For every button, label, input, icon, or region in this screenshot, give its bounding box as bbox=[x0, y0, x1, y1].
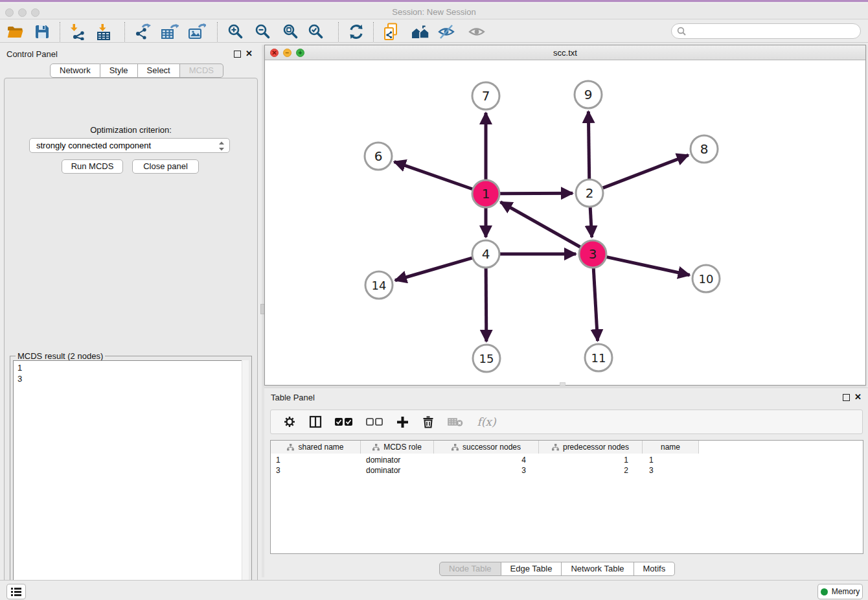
close-table-panel-icon[interactable]: ✕ bbox=[854, 392, 862, 402]
column-manager-icon[interactable] bbox=[308, 415, 323, 429]
tab-node-table[interactable]: Node Table bbox=[439, 562, 501, 576]
graph-edge-4-14[interactable] bbox=[395, 258, 472, 281]
column-header-successor-nodes[interactable]: successor nodes bbox=[434, 441, 539, 454]
import-network-icon[interactable] bbox=[69, 23, 87, 41]
svg-text:14: 14 bbox=[372, 279, 387, 292]
network-view-window: ✕ − + scc.txt 1234678910111415 bbox=[264, 45, 866, 386]
column-header-name[interactable]: name bbox=[643, 441, 699, 454]
hierarchy-icon bbox=[287, 444, 294, 451]
table-options-icon[interactable] bbox=[282, 415, 297, 429]
open-session-icon[interactable] bbox=[6, 23, 25, 41]
table-row[interactable]: 3 dominator 3 2 3 bbox=[271, 465, 699, 476]
view-splitter-grip[interactable] bbox=[560, 382, 565, 386]
graph-edge-2-3[interactable] bbox=[590, 207, 591, 237]
tab-mcds[interactable]: MCDS bbox=[180, 63, 223, 78]
result-scrollbar[interactable] bbox=[242, 360, 249, 597]
column-header-mcds-role[interactable]: MCDS role bbox=[361, 441, 434, 454]
run-mcds-button[interactable]: Run MCDS bbox=[62, 159, 123, 174]
graph-node-1[interactable]: 1 bbox=[472, 180, 499, 207]
graph-edge-2-8[interactable] bbox=[603, 155, 689, 188]
memory-status-icon bbox=[821, 588, 828, 595]
graph-node-4[interactable]: 4 bbox=[472, 240, 499, 268]
function-builder-icon: f(x) bbox=[475, 415, 497, 429]
zoom-out-icon[interactable] bbox=[254, 23, 272, 41]
add-column-icon[interactable] bbox=[395, 415, 409, 429]
search-input[interactable] bbox=[689, 25, 860, 37]
tab-motifs[interactable]: Motifs bbox=[634, 562, 676, 576]
delete-columns-icon[interactable] bbox=[421, 415, 435, 429]
mcds-pane: Optimization criterion: strongly connect… bbox=[4, 78, 258, 600]
memory-label: Memory bbox=[832, 587, 860, 596]
graph-edge-3-1[interactable] bbox=[501, 202, 580, 247]
clone-network-icon[interactable] bbox=[382, 23, 400, 41]
toolbar-separator bbox=[373, 22, 374, 41]
tab-network-table[interactable]: Network Table bbox=[562, 562, 634, 576]
svg-text:6: 6 bbox=[374, 148, 383, 164]
column-header-shared-name[interactable]: shared name bbox=[271, 441, 361, 454]
toolbar-separator bbox=[60, 22, 60, 41]
main-toolbar bbox=[0, 19, 868, 43]
float-table-panel-icon[interactable] bbox=[843, 394, 850, 401]
graph-edge-3-11[interactable] bbox=[593, 268, 597, 341]
graph-edge-3-10[interactable] bbox=[606, 257, 689, 275]
column-header-predecessor-nodes[interactable]: predecessor nodes bbox=[539, 441, 643, 454]
titlebar: Session: New Session bbox=[0, 4, 868, 19]
graph-node-2[interactable]: 2 bbox=[576, 179, 603, 207]
network-canvas[interactable]: 1234678910111415 bbox=[265, 60, 865, 385]
graph-node-10[interactable]: 10 bbox=[692, 265, 720, 292]
export-image-icon[interactable] bbox=[188, 23, 206, 41]
graph-node-15[interactable]: 15 bbox=[473, 345, 500, 372]
graph-edge-1-2[interactable] bbox=[500, 193, 573, 194]
memory-button[interactable]: Memory bbox=[817, 584, 863, 599]
table-panel: Table Panel ✕ bbox=[264, 387, 868, 577]
graph-edge-2-9[interactable] bbox=[588, 111, 589, 179]
tab-select[interactable]: Select bbox=[138, 63, 180, 78]
list-icon bbox=[11, 587, 21, 596]
graph-edge-4-15[interactable] bbox=[486, 268, 486, 341]
import-table-icon[interactable] bbox=[95, 23, 113, 41]
svg-text:7: 7 bbox=[482, 88, 490, 104]
tab-network[interactable]: Network bbox=[50, 63, 100, 78]
criterion-dropdown[interactable]: strongly connected component bbox=[29, 138, 230, 153]
search-field[interactable] bbox=[671, 23, 861, 39]
zoom-in-icon[interactable] bbox=[227, 23, 245, 41]
export-table-icon[interactable] bbox=[161, 23, 179, 41]
svg-text:3: 3 bbox=[589, 246, 597, 262]
graph-node-11[interactable]: 11 bbox=[585, 344, 612, 371]
graph-node-6[interactable]: 6 bbox=[365, 143, 392, 170]
graph-node-14[interactable]: 14 bbox=[365, 271, 393, 299]
svg-text:9: 9 bbox=[584, 87, 593, 102]
hide-graphics-details-icon[interactable] bbox=[437, 23, 455, 41]
float-panel-icon[interactable] bbox=[234, 51, 241, 58]
toolbar-separator bbox=[217, 22, 218, 41]
control-panel-title: Control Panel bbox=[6, 49, 58, 59]
apply-layout-icon[interactable] bbox=[347, 23, 365, 41]
zoom-selected-icon[interactable] bbox=[307, 23, 325, 41]
automation-panel-button[interactable] bbox=[6, 584, 26, 599]
graph-node-3[interactable]: 3 bbox=[579, 240, 606, 268]
export-network-icon[interactable] bbox=[133, 23, 152, 41]
application-window: Session: New Session bbox=[0, 0, 868, 600]
save-session-icon[interactable] bbox=[33, 23, 51, 41]
table-row[interactable]: 1 dominator 4 1 1 bbox=[271, 455, 699, 465]
optimization-criterion-label: Optimization criterion: bbox=[5, 125, 257, 135]
select-all-rows-icon[interactable] bbox=[334, 415, 354, 429]
close-panel-button[interactable]: Close panel bbox=[132, 159, 199, 174]
graph-node-8[interactable]: 8 bbox=[691, 135, 718, 163]
graph-node-9[interactable]: 9 bbox=[575, 81, 602, 108]
deselect-all-rows-icon[interactable] bbox=[365, 415, 383, 429]
tab-edge-table[interactable]: Edge Table bbox=[501, 562, 562, 576]
criterion-value: strongly connected component bbox=[36, 141, 151, 150]
delete-table-icon[interactable] bbox=[447, 415, 464, 429]
network-window-titlebar[interactable]: ✕ − + scc.txt bbox=[265, 45, 865, 60]
graph-node-7[interactable]: 7 bbox=[472, 82, 499, 110]
close-panel-icon[interactable]: ✕ bbox=[246, 49, 253, 58]
network-graph[interactable]: 1234678910111415 bbox=[265, 60, 865, 385]
mcds-result-text[interactable]: 1 3 bbox=[13, 360, 249, 597]
graph-edge-1-6[interactable] bbox=[394, 162, 473, 189]
network-view-title: scc.txt bbox=[265, 48, 865, 58]
zoom-fit-icon[interactable] bbox=[282, 23, 300, 41]
first-neighbors-icon[interactable] bbox=[411, 23, 429, 41]
show-graphics-details-icon[interactable] bbox=[468, 23, 486, 41]
tab-style[interactable]: Style bbox=[100, 63, 138, 78]
